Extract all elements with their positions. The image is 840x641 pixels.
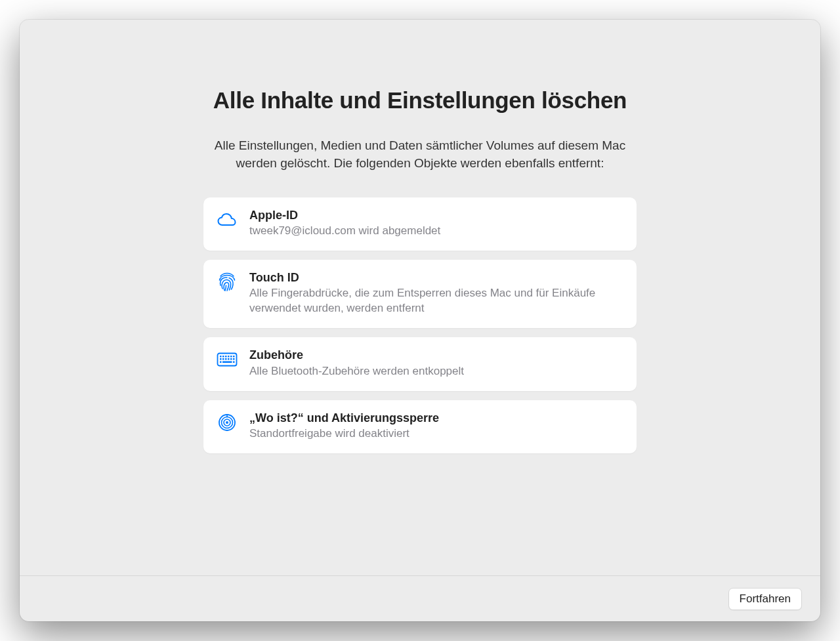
erase-assistant-window: Alle Inhalte und Einstellungen löschen A… bbox=[20, 20, 820, 621]
item-desc: Alle Fingerabdrücke, die zum Entsperren … bbox=[249, 286, 623, 316]
fingerprint-icon bbox=[217, 272, 238, 293]
svg-rect-1 bbox=[220, 356, 222, 358]
list-item-apple-id: Apple-ID tweek79@icloud.com wird abgemel… bbox=[203, 197, 637, 251]
svg-rect-9 bbox=[225, 358, 227, 360]
svg-rect-6 bbox=[233, 356, 235, 358]
svg-rect-12 bbox=[233, 358, 235, 360]
list-item-find-my: „Wo ist?“ und Aktivierungssperre Standor… bbox=[203, 400, 637, 453]
item-title: Touch ID bbox=[249, 270, 623, 285]
svg-rect-4 bbox=[228, 356, 230, 358]
svg-rect-2 bbox=[222, 356, 224, 358]
svg-rect-7 bbox=[220, 358, 222, 360]
item-title: Zubehöre bbox=[249, 348, 623, 363]
svg-rect-14 bbox=[222, 362, 232, 363]
item-text: Touch ID Alle Fingerabdrücke, die zum En… bbox=[249, 270, 623, 316]
main-content: Alle Inhalte und Einstellungen löschen A… bbox=[20, 20, 820, 575]
item-text: Apple-ID tweek79@icloud.com wird abgemel… bbox=[249, 208, 623, 239]
page-title: Alle Inhalte und Einstellungen löschen bbox=[213, 85, 627, 115]
item-desc: Alle Bluetooth-Zubehöre werden entkoppel… bbox=[249, 364, 623, 379]
item-text: „Wo ist?“ und Aktivierungssperre Standor… bbox=[249, 411, 623, 442]
svg-rect-11 bbox=[230, 358, 232, 360]
item-desc: tweek79@icloud.com wird abgemeldet bbox=[249, 224, 623, 239]
svg-point-19 bbox=[226, 421, 228, 424]
item-title: Apple-ID bbox=[249, 208, 623, 223]
svg-rect-5 bbox=[230, 356, 232, 358]
svg-rect-15 bbox=[233, 362, 235, 363]
item-desc: Standortfreigabe wird deaktiviert bbox=[249, 426, 623, 442]
svg-rect-8 bbox=[222, 358, 224, 360]
list-item-touch-id: Touch ID Alle Fingerabdrücke, die zum En… bbox=[203, 260, 637, 328]
cloud-icon bbox=[217, 209, 238, 230]
svg-rect-13 bbox=[220, 362, 222, 363]
svg-rect-3 bbox=[225, 356, 227, 358]
findmy-icon bbox=[217, 412, 238, 433]
svg-rect-10 bbox=[228, 358, 230, 360]
footer: Fortfahren bbox=[20, 575, 820, 621]
continue-button[interactable]: Fortfahren bbox=[728, 588, 802, 610]
item-title: „Wo ist?“ und Aktivierungssperre bbox=[249, 411, 623, 426]
page-subtitle: Alle Einstellungen, Medien und Daten säm… bbox=[197, 136, 643, 173]
list-item-accessories: Zubehöre Alle Bluetooth-Zubehöre werden … bbox=[203, 337, 637, 390]
keyboard-icon bbox=[217, 349, 238, 370]
items-list: Apple-ID tweek79@icloud.com wird abgemel… bbox=[203, 197, 637, 453]
item-text: Zubehöre Alle Bluetooth-Zubehöre werden … bbox=[249, 348, 623, 379]
